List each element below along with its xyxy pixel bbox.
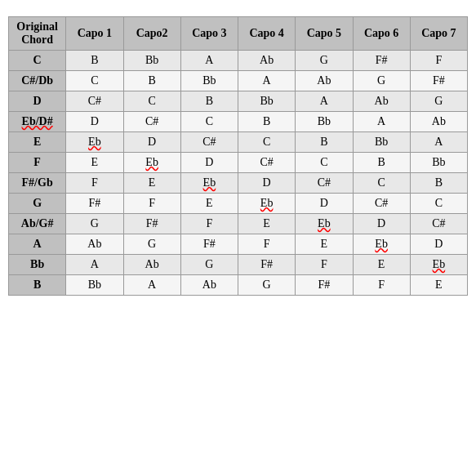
cell-c4: B <box>238 112 296 132</box>
cell-c5: F# <box>296 275 353 296</box>
cell-orig: A <box>9 234 66 255</box>
cell-c5: E <box>296 234 353 255</box>
cell-orig: D <box>9 91 66 112</box>
cell-c6: F# <box>353 51 410 71</box>
cell-c2: F# <box>123 214 180 234</box>
cell-c3: C# <box>180 132 238 153</box>
cell-c6: C# <box>353 194 410 214</box>
cell-c6: G <box>353 71 410 91</box>
cell-orig: B <box>9 275 66 296</box>
cell-c3: Ab <box>180 275 238 296</box>
cell-c3: F <box>180 214 238 234</box>
cell-c6: Eb <box>353 234 410 255</box>
cell-c1: F# <box>66 194 123 214</box>
table-row: GF#FEEbDC#C <box>9 194 468 214</box>
cell-c7: A <box>410 132 467 153</box>
transposition-table: OriginalChordCapo 1Capo2Capo 3Capo 4Capo… <box>8 16 468 296</box>
cell-c6: Bb <box>353 132 410 153</box>
cell-c2: A <box>123 275 180 296</box>
cell-c4: Bb <box>238 91 296 112</box>
cell-c7: F <box>410 51 467 71</box>
cell-c2: C# <box>123 112 180 132</box>
table-row: Ab/G#GF#FEEbDC# <box>9 214 468 234</box>
cell-orig: G <box>9 194 66 214</box>
cell-c5: G <box>296 51 353 71</box>
cell-c7: Bb <box>410 153 467 173</box>
cell-c2: C <box>123 91 180 112</box>
table-row: F#/GbFEEbDC#CB <box>9 173 468 194</box>
cell-c6: E <box>353 255 410 275</box>
cell-c1: A <box>66 255 123 275</box>
col-header-c2: Capo2 <box>123 17 180 51</box>
table-row: FEEbDC#CBBb <box>9 153 468 173</box>
cell-c7: C <box>410 194 467 214</box>
cell-c4: Eb <box>238 194 296 214</box>
cell-c2: G <box>123 234 180 255</box>
cell-c7: G <box>410 91 467 112</box>
cell-c5: C <box>296 153 353 173</box>
cell-c4: G <box>238 275 296 296</box>
cell-c4: F# <box>238 255 296 275</box>
cell-c3: G <box>180 255 238 275</box>
cell-c2: Bb <box>123 51 180 71</box>
table-row: BbAAbGF#FEEb <box>9 255 468 275</box>
cell-c5: Bb <box>296 112 353 132</box>
cell-c3: C <box>180 112 238 132</box>
cell-c6: A <box>353 112 410 132</box>
cell-c5: C# <box>296 173 353 194</box>
col-header-c5: Capo 5 <box>296 17 353 51</box>
cell-c6: B <box>353 153 410 173</box>
cell-c1: C <box>66 71 123 91</box>
cell-c4: C# <box>238 153 296 173</box>
cell-c2: D <box>123 132 180 153</box>
cell-c6: F <box>353 275 410 296</box>
cell-c5: A <box>296 91 353 112</box>
table-row: C#/DbCBBbAAbGF# <box>9 71 468 91</box>
col-header-c7: Capo 7 <box>410 17 467 51</box>
col-header-c1: Capo 1 <box>66 17 123 51</box>
col-header-c3: Capo 3 <box>180 17 238 51</box>
cell-c3: Eb <box>180 173 238 194</box>
cell-c5: F <box>296 255 353 275</box>
cell-orig: Bb <box>9 255 66 275</box>
table-row: EEbDC#CBBbA <box>9 132 468 153</box>
cell-c6: Ab <box>353 91 410 112</box>
col-header-orig: OriginalChord <box>9 17 66 51</box>
cell-orig: E <box>9 132 66 153</box>
cell-c1: D <box>66 112 123 132</box>
table-row: Eb/D#DC#CBBbAAb <box>9 112 468 132</box>
cell-c1: Bb <box>66 275 123 296</box>
cell-c1: C# <box>66 91 123 112</box>
cell-c4: D <box>238 173 296 194</box>
col-header-c4: Capo 4 <box>238 17 296 51</box>
cell-c4: F <box>238 234 296 255</box>
cell-c1: E <box>66 153 123 173</box>
cell-c2: Ab <box>123 255 180 275</box>
cell-c2: B <box>123 71 180 91</box>
table-row: DC#CBBbAAbG <box>9 91 468 112</box>
cell-c7: E <box>410 275 467 296</box>
cell-c5: Eb <box>296 214 353 234</box>
cell-c5: B <box>296 132 353 153</box>
cell-c4: C <box>238 132 296 153</box>
cell-c1: Eb <box>66 132 123 153</box>
cell-c4: A <box>238 71 296 91</box>
cell-c1: Ab <box>66 234 123 255</box>
cell-c3: F# <box>180 234 238 255</box>
cell-orig: C#/Db <box>9 71 66 91</box>
cell-c5: Ab <box>296 71 353 91</box>
cell-c3: Bb <box>180 71 238 91</box>
cell-c2: E <box>123 173 180 194</box>
cell-c2: Eb <box>123 153 180 173</box>
cell-c7: D <box>410 234 467 255</box>
cell-orig: Ab/G# <box>9 214 66 234</box>
cell-orig: C <box>9 51 66 71</box>
cell-c3: D <box>180 153 238 173</box>
cell-c3: A <box>180 51 238 71</box>
cell-c4: E <box>238 214 296 234</box>
cell-c1: F <box>66 173 123 194</box>
cell-c7: B <box>410 173 467 194</box>
cell-c7: Eb <box>410 255 467 275</box>
cell-c1: G <box>66 214 123 234</box>
col-header-c6: Capo 6 <box>353 17 410 51</box>
